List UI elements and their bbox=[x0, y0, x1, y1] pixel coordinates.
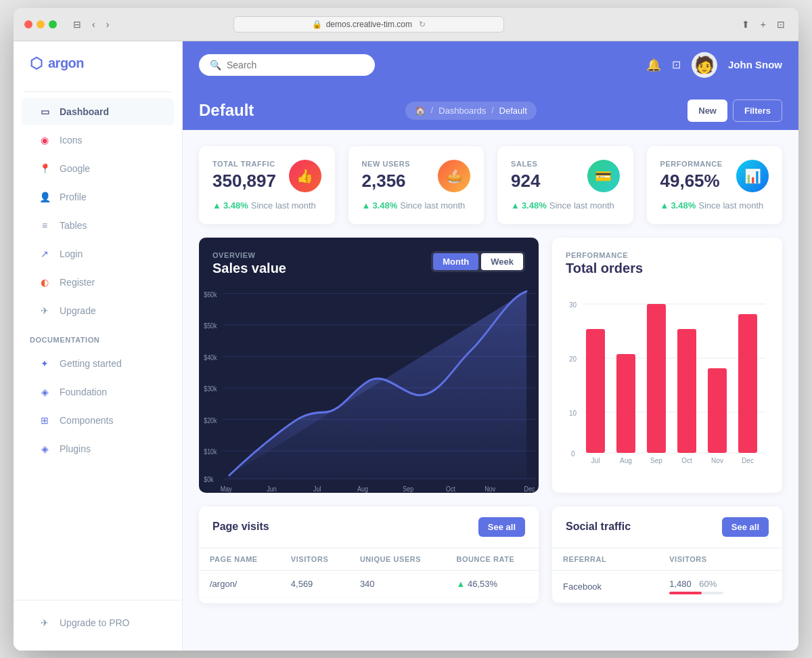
page-title: Default bbox=[199, 101, 254, 120]
sidebar-toggle-btn[interactable]: ⊟ bbox=[70, 18, 84, 31]
svg-text:Nov: Nov bbox=[711, 457, 723, 464]
monitor-icon: ▭ bbox=[38, 105, 51, 118]
sidebar-item-register[interactable]: ◐ Register bbox=[22, 269, 174, 296]
breadcrumb: 🏠 / Dashboards / Default bbox=[405, 102, 537, 120]
svg-text:$30k: $30k bbox=[204, 385, 217, 393]
stat-label-sales: SALES bbox=[511, 160, 540, 168]
sidebar-label-upgrade-pro: Upgrade to PRO bbox=[60, 617, 130, 628]
search-box[interactable]: 🔍 bbox=[199, 54, 375, 76]
stat-value-sales: 924 bbox=[511, 171, 540, 192]
new-tab-btn[interactable]: + bbox=[758, 18, 769, 31]
sidebar-item-upgrade[interactable]: ✈ Upgrade bbox=[22, 297, 174, 324]
month-toggle-btn[interactable]: Month bbox=[433, 253, 478, 270]
stat-label-users: NEW USERS bbox=[362, 160, 411, 168]
header: 🔍 🔔 ⊡ 🧑 John Snow bbox=[183, 41, 798, 89]
sidebar-divider-top bbox=[24, 91, 171, 92]
content-area: TOTAL TRAFFIC 350,897 👍 ▲ 3.48% Since la… bbox=[183, 130, 798, 651]
svg-text:$0k: $0k bbox=[204, 475, 214, 483]
share-btn[interactable]: ⬆ bbox=[739, 18, 752, 31]
stat-since-sales: Since last month bbox=[549, 200, 614, 211]
svg-rect-30 bbox=[586, 329, 605, 453]
pct-text: 60% bbox=[699, 579, 717, 589]
profile-icon: 👤 bbox=[38, 190, 51, 204]
stat-footer-sales: ▲ 3.48% Since last month bbox=[511, 200, 620, 211]
svg-text:Aug: Aug bbox=[620, 457, 632, 464]
browser-dots bbox=[24, 20, 57, 28]
stat-change-performance: ▲ 3.48% bbox=[660, 200, 696, 211]
cell-visitors: 4,569 bbox=[280, 570, 349, 597]
sidebar-item-profile[interactable]: 👤 Profile bbox=[22, 183, 174, 211]
sidebar-label-google: Google bbox=[60, 163, 90, 174]
cell-unique: 340 bbox=[349, 570, 446, 597]
stat-since-performance: Since last month bbox=[698, 200, 763, 211]
week-toggle-btn[interactable]: Week bbox=[481, 253, 523, 270]
sidebar-item-plugins[interactable]: ◈ Plugins bbox=[22, 435, 174, 462]
stat-footer-traffic: ▲ 3.48% Since last month bbox=[212, 200, 321, 211]
svg-text:Sep: Sep bbox=[650, 457, 662, 464]
stat-card-users: NEW USERS 2,356 🥧 ▲ 3.48% Since last mon… bbox=[348, 146, 484, 224]
grid-icon[interactable]: ⊡ bbox=[672, 58, 681, 71]
svg-rect-32 bbox=[647, 304, 666, 453]
breadcrumb-dashboards[interactable]: Dashboards bbox=[438, 106, 486, 116]
sidebar-item-dashboard[interactable]: ▭ Dashboard bbox=[22, 98, 174, 125]
docs-section-label: DOCUMENTATION bbox=[14, 325, 182, 349]
svg-text:Jun: Jun bbox=[267, 485, 276, 493]
sidebar-item-getting-started[interactable]: ✦ Getting started bbox=[22, 350, 174, 377]
chart-toggle: Month Week bbox=[431, 251, 525, 272]
window-btn[interactable]: ⊡ bbox=[774, 18, 788, 31]
social-traffic-see-all[interactable]: See all bbox=[722, 517, 769, 537]
orders-chart-title: Total orders bbox=[566, 261, 769, 276]
sidebar-label-components: Components bbox=[60, 415, 113, 426]
social-traffic-table: REFERRAL VISITORS Facebook 1,480 60% bbox=[552, 548, 782, 603]
tables-row: Page visits See all PAGE NAME VISITORS U… bbox=[199, 506, 782, 603]
sales-chart-card: OVERVIEW Sales value Month Week $ bbox=[199, 238, 539, 493]
forward-btn[interactable]: › bbox=[104, 18, 112, 31]
new-button[interactable]: New bbox=[687, 100, 727, 122]
stat-card-traffic: TOTAL TRAFFIC 350,897 👍 ▲ 3.48% Since la… bbox=[199, 146, 335, 224]
sidebar-item-tables[interactable]: ≡ Tables bbox=[22, 212, 174, 239]
dot-green[interactable] bbox=[49, 20, 57, 28]
svg-text:Sep: Sep bbox=[403, 485, 413, 493]
breadcrumb-home[interactable]: 🏠 bbox=[415, 106, 426, 116]
sales-chart-area: $60k $50k $40k $30k $20k $10k $0k bbox=[199, 276, 539, 493]
svg-text:$10k: $10k bbox=[204, 447, 217, 456]
sidebar-item-foundation[interactable]: ◈ Foundation bbox=[22, 378, 174, 405]
sidebar-item-components[interactable]: ⊞ Components bbox=[22, 407, 174, 434]
back-btn[interactable]: ‹ bbox=[89, 18, 98, 31]
sidebar-item-upgrade-pro[interactable]: ✈ Upgrade to PRO bbox=[22, 609, 174, 636]
browser-window: ⊟ ‹ › 🔒 demos.creative-tim.com ↻ ⬆ + ⊡ ⬡… bbox=[14, 8, 798, 651]
avatar[interactable]: 🧑 bbox=[692, 52, 717, 78]
sales-overview-label: OVERVIEW bbox=[212, 251, 286, 259]
progress-bar bbox=[669, 592, 702, 594]
svg-text:May: May bbox=[221, 485, 232, 493]
svg-text:Jul: Jul bbox=[591, 457, 600, 464]
upgrade-icon: ✈ bbox=[38, 304, 51, 317]
stat-footer-performance: ▲ 3.48% Since last month bbox=[660, 200, 769, 211]
svg-text:Oct: Oct bbox=[446, 485, 455, 493]
dot-red[interactable] bbox=[24, 20, 32, 28]
stat-since-traffic: Since last month bbox=[251, 200, 316, 211]
header-right: 🔔 ⊡ 🧑 John Snow bbox=[646, 52, 782, 78]
tables-icon: ≡ bbox=[38, 219, 51, 232]
cell-facebook-visitors: 1,480 60% bbox=[658, 570, 782, 602]
filters-button[interactable]: Filters bbox=[733, 100, 782, 122]
page-header-actions: New Filters bbox=[687, 100, 782, 122]
stat-card-performance: PERFORMANCE 49,65% 📊 ▲ 3.48% Since last … bbox=[647, 146, 783, 224]
sidebar-item-google[interactable]: 📍 Google bbox=[22, 155, 174, 182]
sidebar-item-login[interactable]: ↗ Login bbox=[22, 240, 174, 267]
sales-chart-title: Sales value bbox=[212, 261, 286, 276]
col-social-visitors: VISITORS bbox=[658, 548, 782, 571]
search-input[interactable] bbox=[227, 60, 364, 70]
sidebar-label-getting-started: Getting started bbox=[60, 358, 122, 369]
page-visits-see-all[interactable]: See all bbox=[478, 517, 525, 537]
sidebar-logo: ⬡ argon bbox=[14, 55, 182, 86]
dot-yellow[interactable] bbox=[37, 20, 45, 28]
bell-icon[interactable]: 🔔 bbox=[646, 58, 661, 72]
sidebar-item-icons[interactable]: ◉ Icons bbox=[22, 127, 174, 154]
sidebar-label-plugins: Plugins bbox=[60, 443, 91, 454]
col-visitors: VISITORS bbox=[280, 548, 349, 571]
app-layout: ⬡ argon ▭ Dashboard ◉ Icons 📍 Google 👤 P… bbox=[14, 41, 798, 651]
stat-change-users: ▲ 3.48% bbox=[362, 200, 398, 211]
stat-change-sales: ▲ 3.48% bbox=[511, 200, 547, 211]
browser-address-bar[interactable]: 🔒 demos.creative-tim.com ↻ bbox=[233, 16, 504, 32]
